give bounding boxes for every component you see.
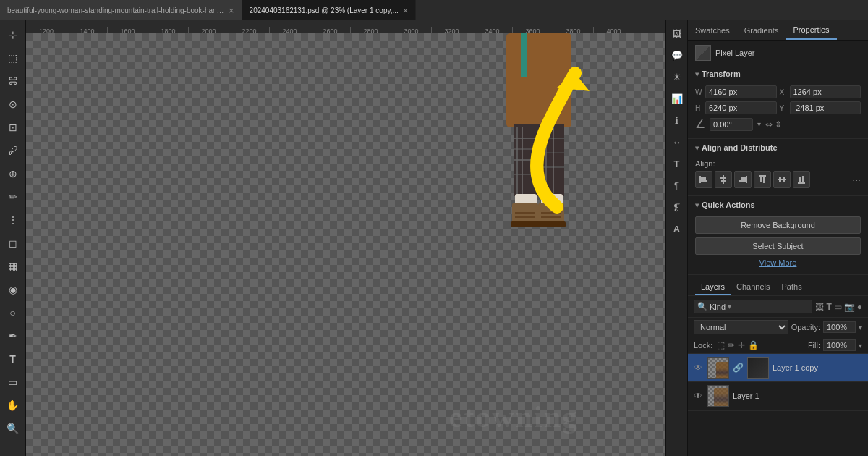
tab-2[interactable]: 20240403162131.psd @ 23% (Layer 1 copy,.… (242, 0, 417, 20)
rtool-sun[interactable]: ☀ (668, 68, 686, 85)
filter-pixel-icon[interactable]: 🖼 (815, 302, 824, 312)
right-panel: Swatches Gradients Properties Pixel Laye… (687, 20, 868, 456)
panel-tabs: Swatches Gradients Properties (688, 20, 868, 41)
select-subject-button[interactable]: Select Subject (695, 237, 861, 255)
remove-background-button[interactable]: Remove Background (695, 216, 861, 234)
filter-type-icon[interactable]: T (826, 302, 831, 312)
flip-v-btn[interactable]: ⇕ (775, 119, 782, 130)
tool-brush[interactable]: ✏ (3, 187, 23, 207)
tool-select[interactable]: ⊹ (3, 25, 23, 45)
tab-1-close[interactable]: × (229, 5, 234, 16)
quick-actions-header[interactable]: ▾ Quick Actions (688, 196, 868, 214)
transform-header[interactable]: ▾ Transform (688, 65, 868, 83)
tool-eraser[interactable]: ◻ (3, 233, 23, 253)
flip-buttons: ⇔ ⇕ (765, 119, 782, 130)
tool-magic-wand[interactable]: ⊙ (3, 94, 23, 114)
align-bottom-btn[interactable] (793, 171, 810, 188)
tab-gradients[interactable]: Gradients (737, 20, 786, 40)
canvas-figure (477, 33, 600, 243)
layer-copy-visibility-icon[interactable]: 👁 (694, 363, 704, 373)
layer-1-visibility-icon[interactable]: 👁 (694, 391, 704, 401)
canvas-viewport[interactable]: etowning (26, 33, 665, 456)
tab-2-close[interactable]: × (403, 5, 409, 16)
layer-item-1[interactable]: 👁 Layer 1 (688, 382, 868, 410)
tool-zoom[interactable]: 🔍 (3, 418, 23, 439)
transform-hy-row: H Y (695, 101, 861, 114)
ruler-mark: 1400 (67, 27, 107, 33)
view-more-link[interactable]: View More (695, 258, 861, 267)
svg-rect-33 (741, 177, 746, 180)
ruler-mark: 3000 (391, 27, 431, 33)
layer-copy-name: Layer 1 copy (773, 363, 862, 372)
kind-label: Kind (710, 303, 726, 311)
align-right-btn[interactable] (734, 171, 752, 188)
tool-lasso[interactable]: ⌘ (3, 71, 23, 91)
align-top-btn[interactable] (754, 171, 771, 188)
ruler-mark: 1200 (26, 27, 67, 33)
flip-h-btn[interactable]: ⇔ (765, 119, 773, 130)
tool-crop[interactable]: ⊡ (3, 117, 23, 138)
layers-tab-layers[interactable]: Layers (695, 279, 731, 295)
align-distribute-header[interactable]: ▾ Align and Distribute (688, 139, 868, 156)
ruler-mark: 2200 (229, 27, 269, 33)
lock-artboard-btn[interactable]: 🔒 (748, 340, 759, 350)
fill-input[interactable] (823, 339, 856, 351)
rtool-type[interactable]: T (668, 155, 686, 172)
opacity-dropdown[interactable]: ▾ (859, 324, 862, 332)
opacity-input[interactable] (823, 321, 856, 333)
transform-angle-input[interactable] (710, 118, 753, 131)
transform-x-input[interactable] (790, 85, 861, 98)
figure-svg (477, 33, 600, 243)
tool-dodge[interactable]: ○ (3, 303, 23, 323)
svg-rect-0 (506, 33, 571, 127)
rtool-char2[interactable]: ❡ (668, 198, 686, 216)
tool-gradient[interactable]: ▦ (3, 256, 23, 276)
tool-hand[interactable]: ✋ (3, 395, 23, 415)
rtool-comment[interactable]: 💬 (668, 46, 686, 64)
align-vcenter-btn[interactable] (773, 171, 791, 188)
rtool-char3[interactable]: A (668, 220, 686, 237)
tool-clone[interactable]: ⋮ (3, 210, 23, 230)
tab-properties[interactable]: Properties (786, 20, 836, 40)
tool-marquee[interactable]: ⬚ (3, 48, 23, 68)
align-more-btn[interactable]: ··· (852, 174, 861, 185)
align-hcenter-btn[interactable] (715, 171, 732, 188)
tool-eyedropper[interactable]: 🖋 (3, 140, 23, 161)
layers-tab-paths[interactable]: Paths (776, 279, 808, 295)
layer-1-thumb (707, 385, 729, 407)
rtool-paragraph[interactable]: ¶ (668, 177, 686, 194)
filter-dot-icon[interactable]: ● (857, 302, 862, 312)
pixel-layer-icon (695, 45, 711, 61)
tool-shape[interactable]: ▭ (3, 372, 23, 392)
fill-dropdown[interactable]: ▾ (859, 342, 862, 350)
lock-transparent-btn[interactable]: ⬚ (717, 340, 725, 350)
rtool-info[interactable]: ℹ (668, 111, 686, 129)
rtool-histogram[interactable]: 📊 (668, 90, 686, 107)
quick-actions-label: Quick Actions (702, 200, 755, 209)
lock-position-btn[interactable]: ✛ (738, 340, 745, 350)
opacity-label: Opacity: (791, 323, 820, 332)
tab-swatches[interactable]: Swatches (688, 20, 737, 40)
tool-blur[interactable]: ◉ (3, 279, 23, 300)
transform-h-input[interactable] (705, 101, 777, 114)
tool-pen[interactable]: ✒ (3, 326, 23, 346)
rtool-transform[interactable]: ↔ (668, 133, 686, 151)
rtool-layers[interactable]: 🖼 (668, 25, 686, 42)
align-left-btn[interactable] (695, 171, 712, 188)
filter-shape-icon[interactable]: ▭ (834, 302, 842, 312)
layer-item-copy[interactable]: 👁 🔗 Layer 1 copy (688, 354, 868, 382)
tool-text[interactable]: T (3, 349, 23, 369)
canvas-watermark: etowning (449, 400, 579, 434)
tool-heal[interactable]: ⊕ (3, 164, 23, 184)
blend-mode-select[interactable]: Normal (694, 320, 788, 334)
align-chevron: ▾ (695, 144, 699, 152)
tab-1[interactable]: beautiful-young-woman-standing-mountain-… (0, 0, 242, 20)
filter-smart-icon[interactable]: 📷 (844, 302, 855, 312)
kind-dropdown-icon[interactable]: ▾ (728, 303, 731, 311)
transform-angle-row: ∠ ▾ ⇔ ⇕ (695, 117, 861, 131)
transform-y-input[interactable] (790, 101, 861, 114)
layers-tab-channels[interactable]: Channels (731, 279, 775, 295)
transform-w-input[interactable] (705, 85, 777, 98)
angle-dropdown[interactable]: ▾ (757, 120, 761, 128)
lock-paint-btn[interactable]: ✏ (728, 340, 735, 350)
